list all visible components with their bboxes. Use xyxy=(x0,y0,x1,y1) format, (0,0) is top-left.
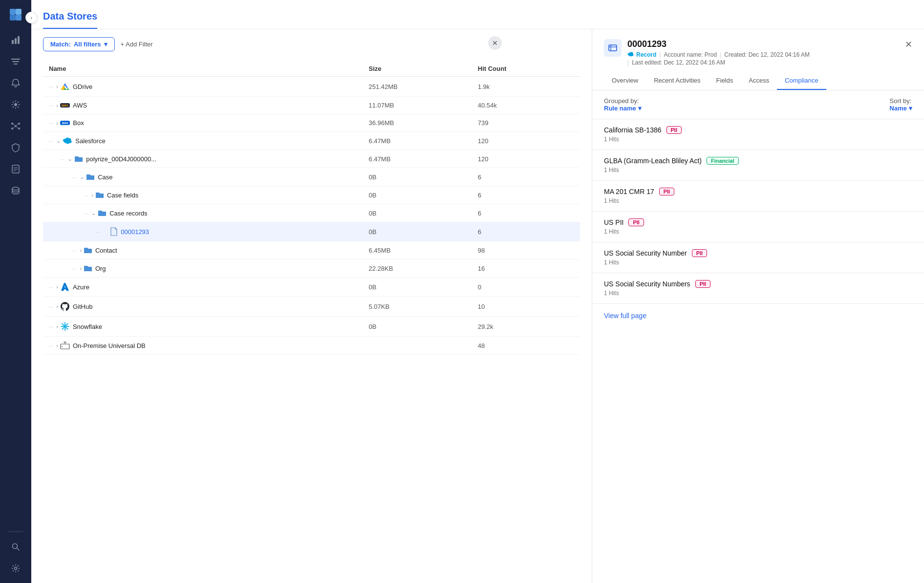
sidebar-collapse-button[interactable]: › xyxy=(25,12,37,23)
app-logo[interactable] xyxy=(7,6,24,23)
sidebar-item-settings[interactable] xyxy=(7,560,24,577)
match-filter-button[interactable]: Match: All filters ▾ xyxy=(43,37,115,51)
compliance-item: California SB-1386 PII 1 Hits xyxy=(592,119,924,150)
col-name-header: Name xyxy=(43,61,363,77)
row-actions[interactable]: ·· xyxy=(49,83,53,90)
expand-icon[interactable]: › xyxy=(56,324,58,329)
svg-rect-6 xyxy=(18,36,20,44)
tab-overview[interactable]: Overview xyxy=(604,72,646,90)
group-by-section: Grouped by: Rule name ▾ xyxy=(604,97,642,112)
svg-rect-2 xyxy=(10,15,16,21)
table-cell-name: ·· › Case fields xyxy=(43,186,363,204)
sidebar-item-insights[interactable] xyxy=(7,96,24,113)
table-cell-size: 6.47MB xyxy=(363,132,472,150)
grouped-by-value[interactable]: Rule name ▾ xyxy=(604,105,642,112)
row-actions[interactable]: ·· xyxy=(84,192,88,199)
compliance-rule-name: MA 201 CMR 17 xyxy=(604,188,654,195)
tab-compliance[interactable]: Compliance xyxy=(777,72,826,90)
tab-access[interactable]: Access xyxy=(741,72,777,90)
svg-line-19 xyxy=(17,127,18,129)
compliance-rule-name: GLBA (Gramm-Leach Bliley Act) xyxy=(604,157,702,165)
compliance-rule-name: US PII xyxy=(604,218,623,226)
close-detail-panel-button[interactable]: ✕ xyxy=(905,39,912,50)
compliance-body: Grouped by: Rule name ▾ Sort by: Name ▾ xyxy=(592,90,924,583)
detail-meta-2: | Last edited: Dec 12, 2022 04:16 AM xyxy=(627,59,899,66)
sidebar-item-security[interactable] xyxy=(7,139,24,156)
sidebar-item-reports[interactable] xyxy=(7,160,24,178)
detail-record-id: 00001293 xyxy=(627,39,899,49)
expand-icon[interactable]: ⌄ xyxy=(91,210,96,216)
sort-by-label: Sort by: xyxy=(890,97,912,105)
view-full-page-button[interactable]: View full page xyxy=(592,304,658,327)
table-cell-size: 6.47MB xyxy=(363,150,472,168)
col-hitcount-header: Hit Count xyxy=(472,61,580,77)
sidebar-item-search[interactable] xyxy=(7,538,24,556)
expand-icon[interactable]: ⌄ xyxy=(68,156,72,162)
table-row: ·· › Org 22.28KB 16 xyxy=(43,259,580,278)
last-edited-label: Last edited: Dec 12, 2022 04:16 AM xyxy=(632,59,725,66)
row-actions[interactable]: ·· xyxy=(49,137,53,145)
sidebar-item-network[interactable] xyxy=(7,117,24,135)
sort-by-section: Sort by: Name ▾ xyxy=(890,97,912,112)
top-bar: Data Stores xyxy=(31,0,924,29)
table-cell-size xyxy=(363,337,472,355)
table-cell-name: ·· › aws AWS xyxy=(43,97,363,114)
compliance-tag: PII xyxy=(628,218,644,226)
expand-icon[interactable]: › xyxy=(91,192,93,198)
expand-icon[interactable]: › xyxy=(80,247,82,253)
row-actions[interactable]: ·· xyxy=(49,102,53,109)
compliance-hits-count: 1 Hits xyxy=(604,290,912,297)
expand-icon[interactable]: › xyxy=(80,265,82,271)
sidebar-item-notifications[interactable] xyxy=(7,74,24,92)
row-actions[interactable]: ·· xyxy=(49,119,53,127)
compliance-item: GLBA (Gramm-Leach Bliley Act) Financial … xyxy=(592,150,924,180)
svg-rect-36 xyxy=(609,45,617,51)
sidebar-item-filters[interactable] xyxy=(7,53,24,70)
table-cell-size: 5.07KB xyxy=(363,297,472,317)
add-filter-button[interactable]: + Add Filter xyxy=(121,41,153,48)
sort-chevron-icon: ▾ xyxy=(909,105,912,112)
table-cell-name: ·· ⌄ polyrize_00D4J000000... xyxy=(43,150,363,168)
left-panel: Match: All filters ▾ + Add Filter ✕ Name… xyxy=(31,29,592,583)
tab-fields[interactable]: Fields xyxy=(709,72,741,90)
sidebar xyxy=(0,0,31,583)
sort-by-value[interactable]: Name ▾ xyxy=(890,105,912,112)
row-actions[interactable]: ·· xyxy=(84,210,88,217)
expand-icon[interactable]: › xyxy=(56,343,58,348)
add-filter-label: + Add Filter xyxy=(121,41,153,48)
table-cell-name: ·· › GDrive xyxy=(43,77,363,97)
table-row: ·· › GitHub 5.07KB 10 xyxy=(43,297,580,317)
row-actions[interactable]: ·· xyxy=(72,265,77,272)
expand-icon[interactable]: › xyxy=(56,84,58,89)
row-actions[interactable]: ·· xyxy=(49,303,53,310)
table-cell-size: 0B xyxy=(363,204,472,222)
table-cell-hitcount: 98 xyxy=(472,241,580,259)
row-actions[interactable]: ·· xyxy=(96,228,100,236)
svg-point-11 xyxy=(15,125,17,127)
row-actions[interactable]: ·· xyxy=(72,247,77,254)
expand-icon[interactable]: ⌄ xyxy=(80,174,84,180)
col-size-header: Size xyxy=(363,61,472,77)
row-name-label: polyrize_00D4J000000... xyxy=(86,155,156,163)
data-table: Name Size Hit Count ·· › GDrive 251.42MB… xyxy=(43,61,580,355)
expand-icon[interactable]: › xyxy=(56,284,58,290)
row-actions[interactable]: ·· xyxy=(49,323,53,330)
close-filter-button[interactable]: ✕ xyxy=(488,36,502,50)
expand-icon[interactable]: › xyxy=(56,303,58,309)
table-cell-name: ·· ⌄ Case xyxy=(43,168,363,186)
compliance-hits-count: 1 Hits xyxy=(604,167,912,173)
row-actions[interactable]: ·· xyxy=(49,342,53,349)
sidebar-item-analytics[interactable] xyxy=(7,31,24,49)
row-actions[interactable]: ·· xyxy=(61,155,65,163)
created-label: Created: Dec 12, 2022 04:16 AM xyxy=(724,51,810,58)
expand-icon[interactable]: › xyxy=(56,103,58,108)
table-cell-hitcount: 29.2k xyxy=(472,317,580,337)
tab-recent-activities[interactable]: Recent Activities xyxy=(646,72,708,90)
expand-icon[interactable]: › xyxy=(56,120,58,126)
sidebar-item-datastores[interactable] xyxy=(7,182,24,199)
row-name-label[interactable]: 00001293 xyxy=(121,228,149,236)
row-actions[interactable]: ·· xyxy=(72,173,77,181)
table-row: ·· ⌄ Case 0B 6 xyxy=(43,168,580,186)
expand-icon[interactable]: ⌄ xyxy=(56,138,61,144)
row-actions[interactable]: ·· xyxy=(49,283,53,291)
